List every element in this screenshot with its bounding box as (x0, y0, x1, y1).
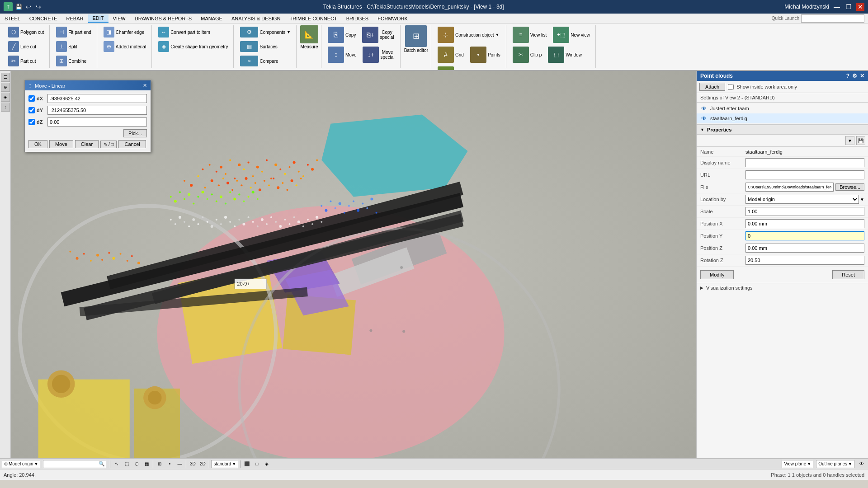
tool-arrow[interactable]: ↖ (112, 460, 121, 468)
location-by-select[interactable]: Model origin (745, 195, 859, 204)
save-icon[interactable]: 💾 (14, 3, 23, 11)
tool-snap-line[interactable]: — (175, 460, 184, 468)
eye-icon-1[interactable]: 👁 (700, 105, 708, 112)
undo-icon[interactable]: ↩ (24, 3, 33, 11)
quick-launch-input[interactable] (801, 14, 864, 23)
attach-btn[interactable]: Attach (699, 83, 725, 91)
part-cut-btn[interactable]: ✂ Part cut (5, 54, 38, 68)
tool-filter[interactable]: ▦ (142, 460, 151, 468)
show-inside-checkbox[interactable] (728, 84, 734, 90)
visualization-settings[interactable]: ▶ Visualization settings (697, 283, 868, 292)
prop-input-scale[interactable]: 1.00 (745, 207, 864, 216)
tool-transparency[interactable]: ◈ (262, 460, 271, 468)
model-origin-selector[interactable]: ⊕ Model origin ▼ (2, 460, 40, 468)
search-btn[interactable]: 🔍 (99, 461, 105, 467)
left-tool-1[interactable]: ☰ (1, 73, 10, 82)
quality-selector[interactable]: standard ▼ (211, 460, 238, 468)
minimize-btn[interactable]: — (833, 3, 841, 11)
cloud-item-justert[interactable]: 👁 Justert etter taam (697, 103, 868, 113)
menu-formwork[interactable]: FORMWORK (373, 15, 412, 22)
prop-input-position-x[interactable]: 0.00 mm (745, 219, 864, 228)
prop-input-position-z[interactable]: 0.00 mm (745, 244, 864, 253)
ok-btn[interactable]: OK (28, 140, 47, 148)
menu-edit[interactable]: EDIT (88, 14, 108, 23)
dz-checkbox[interactable] (28, 119, 35, 125)
components-btn[interactable]: ⚙ Components ▼ (237, 25, 293, 39)
reset-btn[interactable]: Reset (832, 270, 864, 279)
outline-planes-selector[interactable]: Outline planes ▼ (816, 460, 854, 468)
chamfer-edge-btn[interactable]: ◨ Chamfer edge (101, 25, 147, 39)
construction-object-btn[interactable]: ⊹ Construction object ▼ (435, 25, 502, 44)
tool-snap-point[interactable]: • (165, 460, 174, 468)
added-material-btn[interactable]: ⊕ Added material (101, 40, 149, 53)
line-cut-btn[interactable]: ╱ Line cut (5, 40, 39, 53)
close-panel-icon[interactable]: ✕ (860, 73, 864, 79)
clip-p-btn[interactable]: ✂ Clip p (510, 45, 545, 64)
close-btn[interactable]: ✕ (856, 3, 864, 11)
menu-trimble[interactable]: TRIMBLE CONNECT (285, 15, 342, 22)
prop-dropdown-btn[interactable]: ▼ (845, 136, 854, 145)
left-tool-2[interactable]: ⊕ (1, 83, 10, 92)
modify-btn[interactable]: Modify (700, 270, 734, 279)
symbol-btn[interactable]: ✎ / □ (100, 141, 117, 148)
move-btn[interactable]: ↕ Move (325, 45, 359, 64)
combine-btn[interactable]: ⊞ Combine (53, 54, 89, 68)
copy-special-btn[interactable]: ⎘+ Copyspecial (359, 25, 396, 44)
tool-render[interactable]: ⬛ (242, 460, 251, 468)
dialog-title[interactable]: ↕ Move - Linear ✕ (25, 80, 151, 90)
pick-btn[interactable]: Pick... (123, 129, 147, 137)
cancel-btn[interactable]: Cancel (118, 140, 146, 148)
surfaces-btn[interactable]: ▦ Surfaces (237, 40, 280, 53)
fit-part-end-btn[interactable]: ⊣ Fit part end (53, 25, 94, 39)
eye-toggle-btn[interactable]: 👁 (857, 460, 866, 468)
menu-analysis[interactable]: ANALYSIS & DESIGN (227, 15, 285, 22)
tool-wireframe[interactable]: □ (252, 460, 261, 468)
redo-icon[interactable]: ↪ (34, 3, 42, 11)
menu-manage[interactable]: MANAGE (196, 15, 227, 22)
move-special-btn[interactable]: ↕+ Movespecial (360, 45, 397, 64)
properties-header[interactable]: ▼ Properties (697, 125, 868, 135)
parametric-modeling-btn[interactable]: PM Parametricmodeling ▼ (435, 65, 485, 71)
prop-input-display-name[interactable] (745, 158, 864, 167)
menu-concrete[interactable]: CONCRETE (25, 15, 62, 22)
tool-snap-grid[interactable]: ⊞ (155, 460, 164, 468)
menu-drawings[interactable]: DRAWINGS & REPORTS (130, 15, 197, 22)
search-input[interactable] (44, 460, 99, 468)
tool-select-poly[interactable]: ⬡ (132, 460, 141, 468)
eye-icon-2[interactable]: 👁 (700, 115, 708, 122)
dialog-close-icon[interactable]: ✕ (143, 83, 147, 89)
move-apply-btn[interactable]: Move (49, 140, 73, 148)
menu-bridges[interactable]: BRIDGES (342, 15, 373, 22)
3d-view[interactable]: 20-9+ ↕ Move - Linear ✕ dX -93939625.42 (11, 71, 696, 458)
prop-input-position-y[interactable]: 0 (745, 231, 864, 240)
left-tool-4[interactable]: ↕ (1, 103, 10, 112)
view-list-btn[interactable]: ≡ View list (510, 25, 550, 44)
convert-part-btn[interactable]: ↔ Convert part to item (156, 25, 213, 39)
dx-checkbox[interactable] (28, 95, 35, 102)
prop-input-rotation-z[interactable]: 20.50 (745, 256, 864, 265)
prop-input-file[interactable]: C:\Users\1990mimo\Downloads\staaltaarn_f… (745, 183, 834, 192)
copy-btn[interactable]: ⎘ Copy (325, 25, 359, 44)
dy-input[interactable]: -2124655375.50 (47, 106, 147, 115)
settings-icon[interactable]: ⚙ (852, 73, 857, 79)
points-btn[interactable]: • Points (467, 45, 503, 64)
menu-rebar[interactable]: REBAR (62, 15, 88, 22)
split-btn[interactable]: ⊥ Split (53, 40, 80, 53)
tool-2d[interactable]: 2D (198, 460, 207, 468)
prop-save-btn[interactable]: 💾 (856, 136, 865, 145)
cloud-item-staaltaarn[interactable]: 👁 staaltaarn_ferdig (697, 113, 868, 123)
window-btn[interactable]: ⬚ Window (545, 45, 585, 64)
help-icon[interactable]: ? (846, 73, 849, 79)
prop-input-url[interactable] (745, 170, 864, 179)
menu-steel[interactable]: STEEL (0, 15, 25, 22)
create-shape-btn[interactable]: ◈ Create shape from geometry (156, 40, 231, 53)
menu-view[interactable]: VIEW (108, 15, 130, 22)
polygon-cut-btn[interactable]: ⬡ Polygon cut (5, 25, 47, 39)
restore-btn[interactable]: ❐ (844, 3, 853, 11)
dy-checkbox[interactable] (28, 107, 35, 113)
compare-btn[interactable]: ≈ Compare (237, 54, 281, 68)
clear-btn[interactable]: Clear (75, 140, 99, 148)
new-view-btn[interactable]: +⬚ New view (550, 25, 593, 44)
tool-select-box[interactable]: ⬚ (122, 460, 131, 468)
view-plane-selector[interactable]: View plane ▼ (782, 460, 813, 468)
